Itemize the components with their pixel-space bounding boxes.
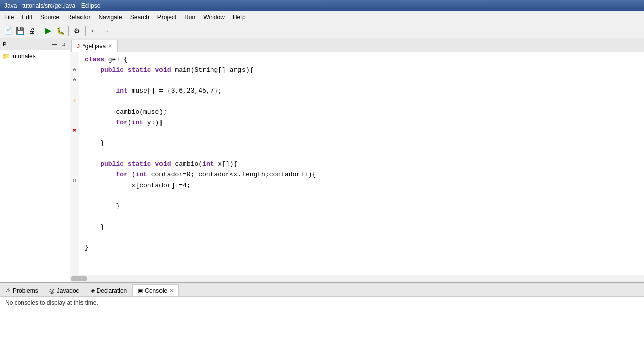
left-panel: P — □ 📁 tutoriales — [0, 38, 70, 282]
next-edit-button[interactable]: → — [100, 25, 111, 36]
tab-close-button[interactable]: ✕ — [108, 43, 112, 49]
bottom-tab-bar: ⚠ Problems @ Javadoc ◈ Declaration ▣ Con… — [0, 283, 644, 297]
gutter: ⊖ ⊖ ⚠ ✖ ⊖ — [70, 52, 79, 275]
menu-run[interactable]: Run — [180, 11, 199, 23]
java-file-icon: J — [77, 43, 80, 49]
new-button[interactable]: 📄 — [2, 25, 13, 36]
javadoc-icon: @ — [49, 288, 55, 294]
gutter-1 — [70, 55, 79, 65]
prev-edit-button[interactable]: ← — [88, 25, 99, 36]
external-tools-button[interactable]: ⚙ — [71, 25, 83, 36]
tab-label: *gel.java — [83, 43, 106, 50]
gutter-15 — [70, 206, 79, 216]
menu-search[interactable]: Search — [126, 11, 153, 23]
tab-console[interactable]: ▣ Console ✕ — [132, 284, 179, 296]
title-text: Java - tutorials/src/gel.java - Eclipse — [4, 2, 100, 9]
menu-source[interactable]: Source — [36, 11, 63, 23]
gutter-error-7: ✖ — [70, 125, 79, 135]
menu-navigate[interactable]: Navigate — [94, 11, 126, 23]
tab-console-label: Console — [145, 287, 167, 294]
gutter-9 — [70, 145, 79, 155]
editor-tab-gel[interactable]: J *gel.java ✕ — [71, 40, 118, 52]
menu-window[interactable]: Window — [199, 11, 229, 23]
gutter-8 — [70, 135, 79, 145]
gutter-5 — [70, 105, 79, 115]
gutter-18 — [70, 236, 79, 246]
maximize-panel-button[interactable]: □ — [59, 40, 67, 48]
package-tree: 📁 tutoriales — [0, 50, 70, 62]
menu-help[interactable]: Help — [229, 11, 250, 23]
code-editor[interactable]: ⊖ ⊖ ⚠ ✖ ⊖ class gel { — [70, 52, 644, 275]
save-button[interactable]: 💾 — [14, 25, 25, 36]
gutter-13 — [70, 186, 79, 196]
code-content[interactable]: class gel { public static void main(Stri… — [79, 52, 644, 275]
tree-item-tutoriales[interactable]: 📁 tutoriales — [2, 52, 68, 60]
gutter-17 — [70, 226, 79, 236]
main-area: P — □ 📁 tutoriales J *gel.java ✕ — [0, 38, 644, 282]
gutter-fold-2[interactable]: ⊖ — [70, 75, 79, 85]
separator-1 — [40, 26, 40, 36]
tab-javadoc[interactable]: @ Javadoc — [44, 284, 85, 296]
run-button[interactable]: ▶ — [43, 25, 54, 36]
separator-3 — [85, 26, 86, 36]
title-bar: Java - tutorials/src/gel.java - Eclipse — [0, 0, 644, 11]
editor-hscroll[interactable] — [70, 275, 644, 282]
separator-2 — [68, 26, 69, 36]
problems-icon: ⚠ — [6, 287, 11, 294]
gutter-14 — [70, 196, 79, 206]
declaration-icon: ◈ — [91, 287, 95, 294]
gutter-3 — [70, 85, 79, 95]
minimize-panel-button[interactable]: — — [50, 40, 58, 48]
gutter-16 — [70, 216, 79, 226]
tab-declaration[interactable]: ◈ Declaration — [85, 284, 133, 296]
console-content: No consoles to display at this time. — [0, 297, 644, 362]
print-button[interactable]: 🖨 — [26, 25, 37, 36]
folder-icon: 📁 — [2, 53, 10, 60]
tree-item-label: tutoriales — [11, 53, 36, 60]
bottom-panel: ⚠ Problems @ Javadoc ◈ Declaration ▣ Con… — [0, 282, 644, 362]
console-icon: ▣ — [138, 287, 143, 294]
gutter-10 — [70, 155, 79, 165]
menu-project[interactable]: Project — [153, 11, 180, 23]
package-explorer-header: P — □ — [0, 38, 70, 50]
menu-refactor[interactable]: Refactor — [63, 11, 94, 23]
gutter-6 — [70, 115, 79, 125]
hscroll-thumb[interactable] — [71, 276, 87, 281]
panel-label: P — [3, 41, 6, 47]
toolbar: 📄 💾 🖨 ▶ 🐛 ⚙ ← → — [0, 23, 644, 38]
menu-edit[interactable]: Edit — [18, 11, 36, 23]
panel-icon-group: — □ — [50, 40, 67, 48]
tab-problems-label: Problems — [13, 287, 38, 294]
tab-problems[interactable]: ⚠ Problems — [0, 284, 44, 296]
tab-bar: J *gel.java ✕ — [70, 38, 644, 52]
console-close-button[interactable]: ✕ — [169, 288, 173, 293]
gutter-19 — [70, 246, 79, 256]
gutter-warning-4: ⚠ — [70, 95, 79, 105]
debug-button[interactable]: 🐛 — [55, 25, 66, 36]
tab-javadoc-label: Javadoc — [57, 287, 79, 294]
menu-bar: File Edit Source Refactor Navigate Searc… — [0, 11, 644, 23]
editor-area: J *gel.java ✕ ⊖ ⊖ ⚠ ✖ ⊖ — [70, 38, 644, 282]
console-message: No consoles to display at this time. — [5, 299, 98, 306]
gutter-11 — [70, 165, 79, 175]
gutter-fold-12[interactable]: ⊖ — [70, 175, 79, 186]
menu-file[interactable]: File — [0, 11, 18, 23]
tab-declaration-label: Declaration — [97, 287, 127, 294]
gutter-fold-1[interactable]: ⊖ — [70, 65, 79, 75]
